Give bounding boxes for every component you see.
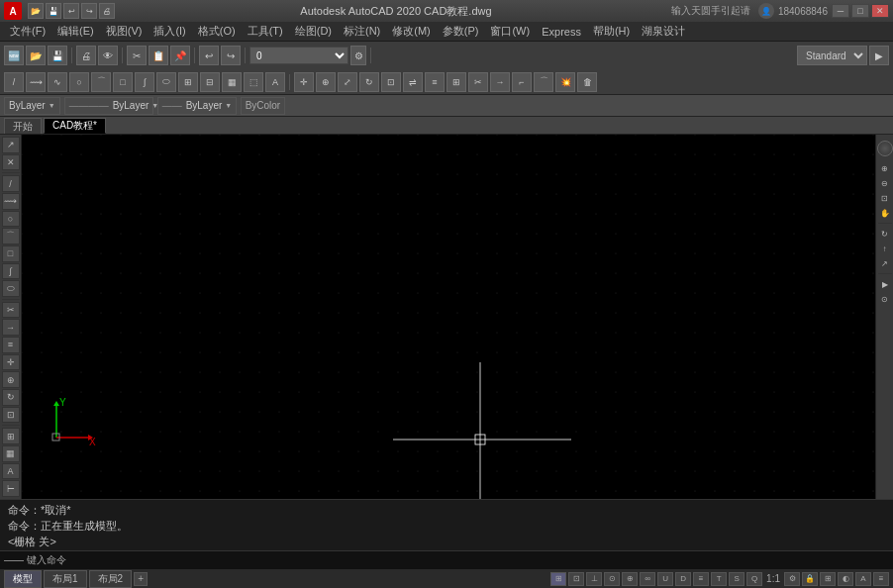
bycolor-selector[interactable]: ByColor: [241, 97, 286, 115]
tb-save[interactable]: 💾: [48, 46, 67, 65]
menu-modify[interactable]: 修改(M): [386, 22, 437, 41]
tb-redo[interactable]: ↪: [221, 46, 241, 65]
lt-trim[interactable]: ✂: [2, 302, 20, 319]
tb-preview[interactable]: 👁: [98, 46, 118, 65]
tb-fillet[interactable]: ⌐: [512, 72, 532, 92]
tb-hatch[interactable]: ⊟: [200, 72, 220, 92]
save-btn[interactable]: 💾: [46, 3, 61, 19]
tb-undo[interactable]: ↩: [199, 46, 219, 65]
sb-isolate-icon[interactable]: ◐: [838, 572, 853, 586]
sb-grid-icon[interactable]: ⊞: [550, 572, 566, 586]
rt-zoom-extent[interactable]: ⊡: [878, 191, 892, 205]
sb-tp-icon[interactable]: T: [711, 572, 727, 586]
tb-rotate[interactable]: ↻: [359, 72, 379, 92]
sb-lock-icon[interactable]: 🔒: [802, 572, 818, 586]
tb-copy2[interactable]: ⊕: [316, 72, 336, 92]
print-btn[interactable]: 🖨: [99, 3, 115, 19]
sb-add-layout[interactable]: +: [134, 572, 148, 586]
menu-params[interactable]: 参数(P): [437, 22, 485, 41]
menu-format[interactable]: 格式(O): [192, 22, 242, 41]
rt-walk[interactable]: ↑: [878, 242, 892, 255]
lt-pline[interactable]: ⟿: [2, 193, 20, 210]
tb-print[interactable]: 🖨: [76, 46, 96, 65]
lt-ellipse[interactable]: ⬭: [2, 280, 20, 297]
tb-arc[interactable]: ⌒: [91, 72, 111, 92]
rt-steeringwheels[interactable]: ⊙: [878, 292, 892, 306]
sb-viewport-icon[interactable]: ⊞: [820, 572, 836, 586]
minimize-btn[interactable]: ─: [832, 4, 849, 18]
rt-zoom-out[interactable]: ⊖: [878, 176, 892, 190]
quick-access-btn[interactable]: 📂: [28, 3, 44, 19]
sb-ducs-icon[interactable]: U: [657, 572, 673, 586]
tb-mirror[interactable]: ⇌: [403, 72, 423, 92]
menu-edit[interactable]: 编辑(E): [51, 22, 100, 41]
tb-pline[interactable]: ⟿: [26, 72, 46, 92]
lt-move[interactable]: ✛: [2, 354, 20, 371]
sb-annotate-icon[interactable]: A: [855, 572, 871, 586]
menu-dimension[interactable]: 标注(N): [338, 22, 386, 41]
sb-snap-icon[interactable]: ⊡: [568, 572, 584, 586]
tb-mtext[interactable]: A: [265, 72, 285, 92]
menu-file[interactable]: 文件(F): [4, 22, 51, 41]
lt-text[interactable]: A: [2, 463, 20, 480]
sb-ortho-icon[interactable]: ⊥: [586, 572, 602, 586]
sb-tab-layout2[interactable]: 布局2: [89, 570, 133, 588]
lt-extend[interactable]: →: [2, 319, 20, 336]
tb-move[interactable]: ✛: [294, 72, 314, 92]
lt-rect[interactable]: □: [2, 245, 20, 262]
layer-dropdown[interactable]: 0: [249, 47, 348, 64]
file-tab-drawing[interactable]: CAD教程*: [44, 118, 106, 134]
tb-insert[interactable]: ⊞: [178, 72, 198, 92]
sb-otrack-icon[interactable]: ∞: [640, 572, 655, 586]
lt-rotate[interactable]: ↻: [2, 389, 20, 406]
sb-tab-model[interactable]: 模型: [4, 570, 42, 588]
tb-offset[interactable]: ≡: [425, 72, 445, 92]
lt-erase[interactable]: ✕: [2, 154, 20, 171]
menu-express[interactable]: Express: [536, 24, 587, 40]
command-input[interactable]: [70, 554, 889, 565]
lt-line[interactable]: /: [2, 175, 20, 192]
rt-orbit[interactable]: ↻: [878, 227, 892, 241]
menu-window[interactable]: 窗口(W): [484, 22, 536, 41]
menu-draw[interactable]: 绘图(D): [289, 22, 338, 41]
sb-workspace-icon[interactable]: ≡: [873, 572, 889, 586]
sb-qp-icon[interactable]: Q: [746, 572, 762, 586]
tb-3dpoly[interactable]: ∿: [48, 72, 67, 92]
linetype-selector[interactable]: ———— ByLayer: [64, 97, 153, 115]
lt-spline[interactable]: ∫: [2, 263, 20, 280]
tb-standard-extra[interactable]: ▶: [869, 46, 889, 65]
lt-dim[interactable]: ⊢: [2, 480, 20, 497]
tb-gradient[interactable]: ▦: [222, 72, 242, 92]
menu-help[interactable]: 帮助(H): [587, 22, 636, 41]
sb-tab-layout1[interactable]: 布局1: [44, 570, 87, 588]
lineweight-selector[interactable]: —— ByLayer: [157, 97, 237, 115]
tb-line[interactable]: /: [4, 72, 24, 92]
tb-copy[interactable]: 📋: [149, 46, 168, 65]
tb-ellipse[interactable]: ⬭: [156, 72, 176, 92]
tb-rect[interactable]: □: [113, 72, 133, 92]
menu-view[interactable]: 视图(V): [100, 22, 149, 41]
lt-table[interactable]: ▦: [2, 445, 20, 462]
file-tab-start[interactable]: 开始: [4, 118, 42, 134]
tb-explode[interactable]: 💥: [555, 72, 575, 92]
tb-layer-props[interactable]: ⚙: [350, 46, 366, 65]
menu-insert[interactable]: 插入(I): [148, 22, 191, 41]
rt-showmotion[interactable]: ▶: [878, 277, 892, 291]
lt-offset[interactable]: ≡: [2, 337, 20, 353]
standard-dropdown[interactable]: Standard: [797, 46, 867, 65]
lt-circle[interactable]: ○: [2, 211, 20, 228]
lt-block[interactable]: ⊞: [2, 428, 20, 444]
tb-open[interactable]: 📂: [26, 46, 46, 65]
view-compass[interactable]: [877, 141, 893, 156]
sb-polar-icon[interactable]: ⊙: [604, 572, 620, 586]
tb-spline[interactable]: ∫: [135, 72, 154, 92]
tb-erase[interactable]: 🗑: [577, 72, 597, 92]
rt-pan[interactable]: ✋: [878, 206, 892, 220]
tb-circle[interactable]: ○: [69, 72, 89, 92]
menu-tools[interactable]: 工具(T): [242, 22, 289, 41]
layer-selector[interactable]: ByLayer: [4, 97, 60, 115]
tb-array[interactable]: ⊞: [446, 72, 466, 92]
lt-scale[interactable]: ⊡: [2, 407, 20, 424]
sb-sc-icon[interactable]: S: [729, 572, 744, 586]
sb-lwt-icon[interactable]: ≡: [693, 572, 709, 586]
